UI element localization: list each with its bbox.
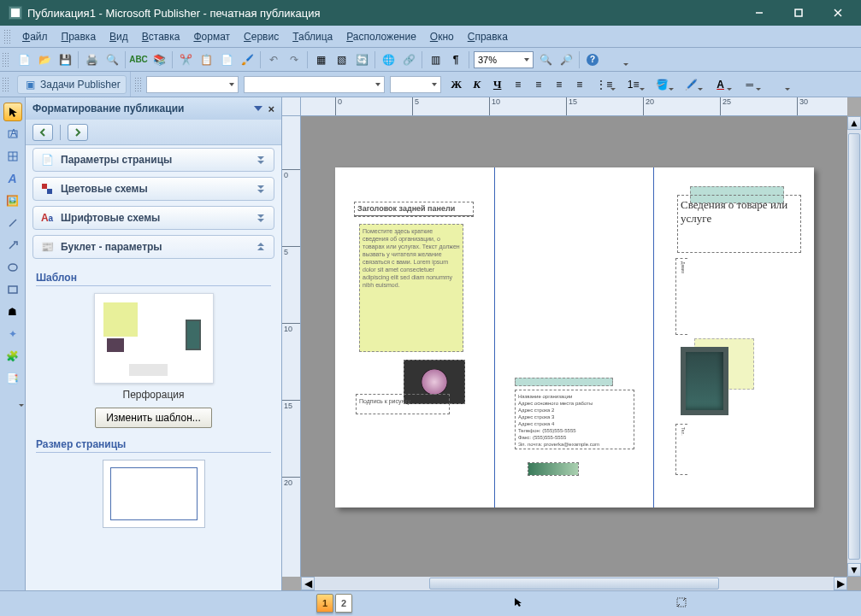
print-preview-button[interactable]: 🔍 (103, 50, 121, 69)
fontsize-combo[interactable] (390, 76, 441, 93)
new-button[interactable]: 📄 (15, 50, 33, 69)
chevron-down-icon[interactable] (254, 106, 262, 111)
table-tool[interactable] (3, 147, 22, 166)
org-name-box[interactable] (515, 378, 613, 386)
wordart-tool[interactable]: A (3, 169, 22, 188)
pagesize-thumbnail[interactable] (103, 460, 205, 528)
pointer-tool[interactable] (3, 103, 22, 121)
zoom-input[interactable] (478, 55, 517, 65)
close-button[interactable] (818, 0, 858, 26)
picture-frame-tool[interactable]: 🖼️ (3, 191, 22, 210)
scroll-left-button[interactable]: ◀ (301, 577, 315, 590)
line-color-button[interactable]: 🖊️ (678, 75, 705, 94)
toolbar-grip-icon[interactable] (2, 77, 9, 92)
back-panel-heading[interactable]: Заголовок задней панели (355, 202, 473, 216)
toolbar-grip-icon[interactable] (2, 52, 9, 67)
section-page-options[interactable]: 📄 Параметры страницы (32, 148, 274, 172)
hyperlink-button[interactable]: 🔗 (399, 50, 418, 69)
textbox-tool[interactable]: A (3, 125, 22, 144)
webpage-preview-button[interactable]: 🌐 (379, 50, 398, 69)
vertical-scrollbar[interactable]: ▲ ▼ (847, 116, 861, 577)
scroll-right-button[interactable]: ▶ (834, 577, 847, 590)
side-strip[interactable]: Тел. (675, 424, 687, 475)
page-tab-2[interactable]: 2 (335, 594, 352, 613)
scroll-down-button[interactable]: ▼ (847, 563, 861, 577)
save-button[interactable]: 💾 (56, 50, 74, 69)
zoom-out-button[interactable]: 🔍 (536, 50, 555, 69)
format-painter-button[interactable]: 🖌️ (238, 50, 257, 69)
nav-forward-button[interactable] (68, 124, 88, 141)
research-button[interactable]: 📚 (150, 50, 168, 69)
spellcheck-button[interactable]: ABC (129, 50, 148, 69)
columns-button[interactable]: ▥ (426, 50, 445, 69)
front-title-box[interactable]: Сведения о товаре или услуге (677, 195, 801, 253)
content-library-tool[interactable]: 📑 (3, 369, 22, 388)
open-button[interactable]: 📂 (35, 50, 54, 69)
underline-button[interactable]: Ч (488, 75, 507, 94)
minimize-button[interactable] (740, 0, 779, 26)
paste-button[interactable]: 📄 (217, 50, 236, 69)
page-tab-1[interactable]: 1 (316, 594, 333, 613)
bold-button[interactable]: Ж (447, 75, 466, 94)
design-gallery-tool[interactable]: 🧩 (3, 347, 22, 366)
arrow-tool[interactable] (3, 236, 22, 255)
oval-tool[interactable] (3, 258, 22, 277)
menu-view[interactable]: Вид (103, 29, 135, 44)
menu-window[interactable]: Окно (423, 29, 461, 44)
zoom-in-button[interactable]: 🔎 (557, 50, 575, 69)
send-back-button[interactable]: ▧ (332, 50, 351, 69)
template-thumbnail[interactable] (94, 293, 214, 384)
side-strip[interactable]: Девиз (675, 258, 687, 335)
nav-back-button[interactable] (32, 124, 53, 141)
show-marks-button[interactable]: ¶ (446, 50, 465, 69)
align-center-button[interactable]: ≡ (529, 75, 548, 94)
menu-arrange[interactable]: Расположение (339, 29, 423, 44)
menu-format[interactable]: Формат (186, 29, 237, 44)
italic-button[interactable]: К (468, 75, 487, 94)
align-justify-button[interactable]: ≡ (570, 75, 589, 94)
scroll-up-button[interactable]: ▲ (847, 116, 861, 130)
logo-box[interactable] (528, 462, 579, 476)
picture-placeholder[interactable] (681, 347, 728, 415)
section-color-schemes[interactable]: Цветовые схемы (32, 177, 274, 201)
toolbar-grip-icon[interactable] (3, 29, 10, 44)
align-left-button[interactable]: ≡ (509, 75, 528, 94)
vertical-ruler[interactable]: 0 5 10 15 20 (282, 116, 301, 577)
scroll-thumb[interactable] (429, 578, 719, 590)
help-button[interactable]: ? (583, 50, 602, 69)
menu-tools[interactable]: Сервис (237, 29, 286, 44)
text-block[interactable]: Поместите здесь краткие сведения об орга… (359, 224, 463, 352)
style-combo[interactable] (146, 76, 239, 93)
address-box[interactable]: Название организацииАдрес основного мест… (515, 390, 634, 449)
maximize-button[interactable] (779, 0, 818, 26)
font-combo[interactable] (244, 76, 385, 93)
line-tool[interactable] (3, 214, 22, 232)
section-booklet[interactable]: 📰 Буклет - параметры (32, 235, 274, 259)
publication-page[interactable]: Заголовок задней панели Поместите здесь … (335, 167, 814, 507)
overflow-button[interactable] (604, 50, 631, 69)
rectangle-tool[interactable] (3, 280, 22, 299)
autoshapes-tool[interactable]: ☗ (3, 302, 22, 321)
change-template-button[interactable]: Изменить шаблон... (95, 408, 212, 428)
menu-file[interactable]: Файл (15, 29, 55, 44)
overflow-button[interactable] (765, 75, 793, 94)
task-pane-close[interactable]: × (268, 103, 274, 115)
section-font-schemes[interactable]: Aa Шрифтовые схемы (32, 206, 274, 230)
cut-button[interactable]: ✂️ (176, 50, 195, 69)
copy-button[interactable]: 📋 (197, 50, 215, 69)
menu-insert[interactable]: Вставка (135, 29, 187, 44)
bookmark-tool[interactable]: ✦ (3, 325, 22, 343)
menu-table[interactable]: Таблица (286, 29, 339, 44)
ruler-corner[interactable] (282, 97, 301, 116)
align-right-button[interactable]: ≡ (550, 75, 569, 94)
redo-button[interactable]: ↷ (285, 50, 304, 69)
toolbox-overflow[interactable] (0, 391, 27, 410)
bullets-button[interactable]: ⋮≡ (591, 75, 618, 94)
caption-box[interactable]: Подпись к рисунку (356, 394, 450, 414)
tasks-button[interactable]: ▣ Задачи Publisher (17, 75, 127, 94)
font-color-button[interactable]: A (707, 75, 734, 94)
numbering-button[interactable]: 1≡ (620, 75, 647, 94)
bring-front-button[interactable]: ▦ (311, 50, 330, 69)
rotate-button[interactable]: 🔄 (352, 50, 371, 69)
canvas[interactable]: Заголовок задней панели Поместите здесь … (301, 116, 847, 577)
